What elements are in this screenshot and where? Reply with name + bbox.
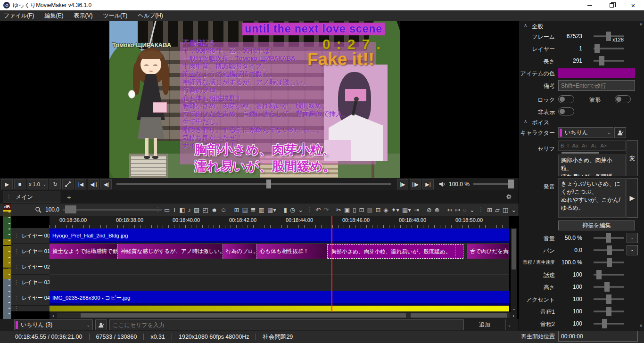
open-folder-icon[interactable]: ▱ <box>495 206 500 213</box>
seek-slider-thumb[interactable] <box>266 180 271 188</box>
split-icon[interactable]: ✦▾ <box>391 206 399 213</box>
close-button[interactable]: × <box>622 0 644 10</box>
accent-slider[interactable] <box>594 298 624 300</box>
next-item-button[interactable]: |▶ <box>397 179 408 189</box>
tab-main[interactable]: ⋮ メイン <box>3 191 60 203</box>
timeline-zoom-slider-thumb[interactable] <box>65 205 76 213</box>
format-icon[interactable]: B <box>561 143 564 148</box>
delete-ripple-icon[interactable]: ⊜ <box>435 206 440 213</box>
clip-image[interactable]: Hyogo_Pref_Hall_2nd_Bldg.jpg <box>50 229 509 243</box>
pan-minus-button[interactable]: - <box>627 245 638 255</box>
clip-audio[interactable] <box>50 306 509 311</box>
pitch1-slider[interactable] <box>594 310 624 312</box>
add-subtitle-icon[interactable]: ▭ <box>164 206 170 213</box>
paste-icon[interactable]: ▯ <box>353 206 356 213</box>
menu-item[interactable]: ファイル(F) <box>4 12 34 20</box>
save-icon[interactable]: ◫ <box>503 206 508 213</box>
more-chevron-icon[interactable]: ⌄ <box>470 206 475 213</box>
add-character-icon[interactable]: ☻ <box>211 206 218 213</box>
keyframe-link-button[interactable] <box>62 179 74 189</box>
add-face-icon[interactable]: ☺ <box>220 206 226 213</box>
scroll-up-icon[interactable]: ∧ <box>638 22 644 26</box>
format-icon[interactable]: A↑ <box>582 143 588 148</box>
next-frame-button[interactable]: ||▶ <box>410 179 421 189</box>
layer-label[interactable]: レイヤー 03 <box>11 275 50 290</box>
history-clock-icon[interactable]: ◷ <box>290 206 295 213</box>
length-slider[interactable] <box>594 60 624 62</box>
horizontal-scrollbar-thumb[interactable] <box>411 313 507 318</box>
insert-picture-icon[interactable]: ▥ <box>259 206 264 213</box>
format-icon[interactable]: Aa <box>572 143 578 148</box>
serif-textarea[interactable]: 胸部小さめ、肉芽小粒、 濡れ易いが、股間緩め。 <box>558 155 626 176</box>
format-icon[interactable]: I <box>567 143 569 148</box>
layer-label[interactable]: レイヤー 02 <box>11 259 50 275</box>
volume-slider[interactable] <box>473 183 514 185</box>
voice-character-select[interactable]: いちりん ⌄ <box>558 127 613 138</box>
select-range-icon[interactable]: ◌ <box>463 206 467 213</box>
speech-rate-slider[interactable] <box>594 274 624 276</box>
copy-icon[interactable]: ▣ <box>344 206 350 213</box>
clip-subtitle[interactable]: 行為のプロ。 <box>223 244 257 259</box>
clip-subtitle[interactable]: 神経質な感じがするが、アノ時は激しい。 <box>118 244 223 259</box>
play-vo-button[interactable]: ▶ <box>627 178 638 218</box>
character-edit-button[interactable] <box>95 319 107 330</box>
waveform-toggle[interactable] <box>615 95 631 103</box>
lock-toggle[interactable] <box>558 95 574 103</box>
note-input[interactable] <box>558 80 635 91</box>
scroll-left-icon[interactable]: ‹ <box>50 312 57 319</box>
menu-item[interactable]: ヘルプ(H) <box>138 12 163 20</box>
hidden-toggle[interactable] <box>558 107 574 115</box>
height-slider[interactable] <box>594 286 624 288</box>
section-voice[interactable]: ∧ ボイス <box>524 119 549 127</box>
clip-subtitle[interactable]: 舌で肉ひだを責め、 <box>467 244 509 259</box>
format-icon[interactable]: A× <box>601 143 607 148</box>
stop-button[interactable]: ■ <box>14 179 25 189</box>
add-audio-icon[interactable]: ♪ <box>188 206 191 213</box>
delete-icon[interactable]: ⊘ <box>427 206 432 213</box>
panel-scrollbar[interactable]: ∧ ∨ <box>638 22 644 329</box>
lock-item-icon[interactable]: ◈ <box>384 206 388 213</box>
overflow-chevron-icon[interactable]: ⌄ <box>511 206 516 213</box>
layer-label[interactable]: レイヤー 00 <box>11 228 50 244</box>
layer-label[interactable]: レイヤー 01 <box>11 244 50 259</box>
insert-frame-icon[interactable]: ⊞ <box>234 206 239 213</box>
add-subtitle-button[interactable]: 追加 <box>464 319 505 330</box>
character-select[interactable]: いちりん (3) ⌄ <box>14 319 93 330</box>
play-button[interactable]: ▶ <box>1 179 13 189</box>
cut-icon[interactable]: ✂ <box>336 206 341 213</box>
drag-handle-icon[interactable]: ⋮ <box>306 206 312 213</box>
format-icon[interactable]: A↓ <box>591 143 597 148</box>
section-general[interactable]: ∧ 全般 <box>524 23 543 31</box>
scroll-down-icon[interactable]: ∨ <box>638 323 644 328</box>
undo-icon[interactable]: ↶ <box>315 206 321 213</box>
clip-subtitle-selected[interactable]: 胸部小さめ、肉芽小粒、濡れ易いが、股間緩め。 <box>328 244 463 259</box>
clip-image[interactable]: IMG_0235-268x300 - コピー.jpg <box>50 291 509 305</box>
jump-next-icon[interactable]: ↦ <box>455 206 460 213</box>
timeline-vertical-scrollbar[interactable]: ⌄ <box>511 228 517 312</box>
seek-slider[interactable] <box>116 183 391 185</box>
add-shape-icon[interactable]: ◰ <box>202 206 208 213</box>
start-position-input[interactable] <box>558 331 638 342</box>
paste-insert-icon[interactable]: ⊡ <box>359 206 364 213</box>
gear-icon[interactable] <box>506 194 512 200</box>
convert-button[interactable]: 変 <box>627 140 638 176</box>
ripple-icon[interactable]: ⇥ <box>414 206 419 213</box>
menu-item[interactable]: 編集(E) <box>44 12 63 20</box>
scroll-right-icon[interactable]: › <box>510 312 517 319</box>
new-file-icon[interactable]: ⊞ <box>487 206 492 213</box>
edit-intonation-button[interactable]: 抑揚を編集 <box>558 220 635 230</box>
timeline-ruler[interactable]: 00:18:36.0000:18:38.0000:18:40.0000:18:4… <box>50 216 509 228</box>
minimize-button[interactable] <box>579 0 601 10</box>
layer-slider[interactable] <box>594 48 624 49</box>
playback-speed-select[interactable]: x 1.0 ⌄ <box>27 179 48 189</box>
redo-icon[interactable]: ↷ <box>323 206 329 213</box>
playhead[interactable] <box>331 216 332 312</box>
subtitle-text-input[interactable] <box>109 319 464 330</box>
voice-character-edit-button[interactable] <box>614 127 626 138</box>
go-start-button[interactable]: |◀ <box>75 179 86 189</box>
prev-frame-button[interactable]: ◀|| <box>88 179 99 189</box>
paste-frame-icon[interactable]: ▩ <box>367 206 372 213</box>
vertical-scrollbar-thumb[interactable] <box>512 229 516 270</box>
pronunciation-textarea[interactable]: きょうぶ/ちいさめ、にくが/こつぶ、 ぬれやすいが、こかん/ゆるめ。 <box>558 178 626 218</box>
go-end-button[interactable]: ▶| <box>422 179 434 189</box>
